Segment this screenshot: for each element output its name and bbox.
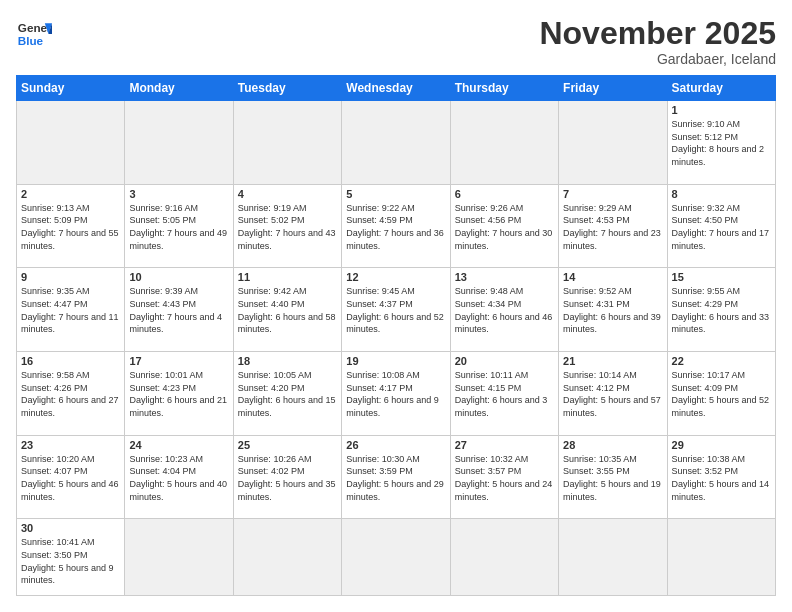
day-empty-12	[667, 519, 775, 596]
svg-text:Blue: Blue	[18, 34, 44, 47]
day-empty-2	[125, 101, 233, 185]
day-8: 8 Sunrise: 9:32 AMSunset: 4:50 PMDayligh…	[667, 184, 775, 268]
day-10: 10 Sunrise: 9:39 AMSunset: 4:43 PMDaylig…	[125, 268, 233, 352]
subtitle: Gardabaer, Iceland	[539, 51, 776, 67]
header: General Blue November 2025 Gardabaer, Ic…	[16, 16, 776, 67]
day-16: 16 Sunrise: 9:58 AMSunset: 4:26 PMDaylig…	[17, 352, 125, 436]
day-empty-3	[233, 101, 341, 185]
day-2: 2 Sunrise: 9:13 AMSunset: 5:09 PMDayligh…	[17, 184, 125, 268]
day-18: 18 Sunrise: 10:05 AMSunset: 4:20 PMDayli…	[233, 352, 341, 436]
day-3: 3 Sunrise: 9:16 AMSunset: 5:05 PMDayligh…	[125, 184, 233, 268]
day-7: 7 Sunrise: 9:29 AMSunset: 4:53 PMDayligh…	[559, 184, 667, 268]
day-28: 28 Sunrise: 10:35 AMSunset: 3:55 PMDayli…	[559, 435, 667, 519]
page: General Blue November 2025 Gardabaer, Ic…	[0, 0, 792, 612]
day-12: 12 Sunrise: 9:45 AMSunset: 4:37 PMDaylig…	[342, 268, 450, 352]
day-5: 5 Sunrise: 9:22 AMSunset: 4:59 PMDayligh…	[342, 184, 450, 268]
day-27: 27 Sunrise: 10:32 AMSunset: 3:57 PMDayli…	[450, 435, 558, 519]
day-info-1: Sunrise: 9:10 AM Sunset: 5:12 PM Dayligh…	[672, 118, 771, 168]
header-sunday: Sunday	[17, 76, 125, 101]
logo: General Blue	[16, 16, 52, 52]
day-1: 1 Sunrise: 9:10 AM Sunset: 5:12 PM Dayli…	[667, 101, 775, 185]
header-monday: Monday	[125, 76, 233, 101]
title-block: November 2025 Gardabaer, Iceland	[539, 16, 776, 67]
day-empty-6	[559, 101, 667, 185]
day-empty-10	[450, 519, 558, 596]
day-24: 24 Sunrise: 10:23 AMSunset: 4:04 PMDayli…	[125, 435, 233, 519]
day-20: 20 Sunrise: 10:11 AMSunset: 4:15 PMDayli…	[450, 352, 558, 436]
day-15: 15 Sunrise: 9:55 AMSunset: 4:29 PMDaylig…	[667, 268, 775, 352]
day-empty-5	[450, 101, 558, 185]
week-row-6: 30 Sunrise: 10:41 AMSunset: 3:50 PMDayli…	[17, 519, 776, 596]
day-17: 17 Sunrise: 10:01 AMSunset: 4:23 PMDayli…	[125, 352, 233, 436]
day-9: 9 Sunrise: 9:35 AMSunset: 4:47 PMDayligh…	[17, 268, 125, 352]
logo-icon: General Blue	[16, 16, 52, 52]
day-14: 14 Sunrise: 9:52 AMSunset: 4:31 PMDaylig…	[559, 268, 667, 352]
day-empty-7	[125, 519, 233, 596]
week-row-1: 1 Sunrise: 9:10 AM Sunset: 5:12 PM Dayli…	[17, 101, 776, 185]
month-title: November 2025	[539, 16, 776, 51]
day-23: 23 Sunrise: 10:20 AMSunset: 4:07 PMDayli…	[17, 435, 125, 519]
day-empty-4	[342, 101, 450, 185]
day-19: 19 Sunrise: 10:08 AMSunset: 4:17 PMDayli…	[342, 352, 450, 436]
day-11: 11 Sunrise: 9:42 AMSunset: 4:40 PMDaylig…	[233, 268, 341, 352]
weekday-header-row: Sunday Monday Tuesday Wednesday Thursday…	[17, 76, 776, 101]
day-13: 13 Sunrise: 9:48 AMSunset: 4:34 PMDaylig…	[450, 268, 558, 352]
day-6: 6 Sunrise: 9:26 AMSunset: 4:56 PMDayligh…	[450, 184, 558, 268]
header-wednesday: Wednesday	[342, 76, 450, 101]
day-25: 25 Sunrise: 10:26 AMSunset: 4:02 PMDayli…	[233, 435, 341, 519]
day-empty-11	[559, 519, 667, 596]
week-row-4: 16 Sunrise: 9:58 AMSunset: 4:26 PMDaylig…	[17, 352, 776, 436]
day-29: 29 Sunrise: 10:38 AMSunset: 3:52 PMDayli…	[667, 435, 775, 519]
header-tuesday: Tuesday	[233, 76, 341, 101]
day-26: 26 Sunrise: 10:30 AMSunset: 3:59 PMDayli…	[342, 435, 450, 519]
header-friday: Friday	[559, 76, 667, 101]
day-22: 22 Sunrise: 10:17 AMSunset: 4:09 PMDayli…	[667, 352, 775, 436]
day-21: 21 Sunrise: 10:14 AMSunset: 4:12 PMDayli…	[559, 352, 667, 436]
day-30: 30 Sunrise: 10:41 AMSunset: 3:50 PMDayli…	[17, 519, 125, 596]
day-empty-9	[342, 519, 450, 596]
week-row-3: 9 Sunrise: 9:35 AMSunset: 4:47 PMDayligh…	[17, 268, 776, 352]
day-empty-8	[233, 519, 341, 596]
header-saturday: Saturday	[667, 76, 775, 101]
day-4: 4 Sunrise: 9:19 AMSunset: 5:02 PMDayligh…	[233, 184, 341, 268]
calendar: Sunday Monday Tuesday Wednesday Thursday…	[16, 75, 776, 596]
header-thursday: Thursday	[450, 76, 558, 101]
week-row-2: 2 Sunrise: 9:13 AMSunset: 5:09 PMDayligh…	[17, 184, 776, 268]
week-row-5: 23 Sunrise: 10:20 AMSunset: 4:07 PMDayli…	[17, 435, 776, 519]
day-number-1: 1	[672, 104, 771, 116]
day-empty-1	[17, 101, 125, 185]
